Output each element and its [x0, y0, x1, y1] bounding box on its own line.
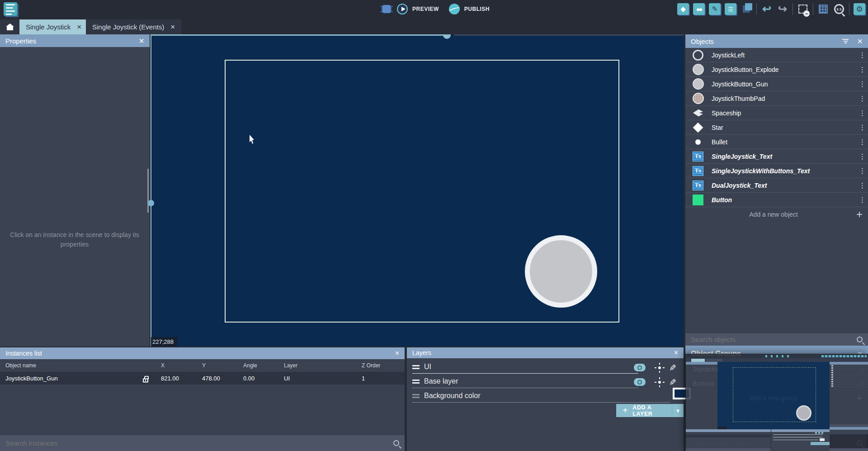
column-x[interactable]: X — [161, 362, 165, 369]
tab-label: Single Joystick (Events) — [92, 23, 164, 31]
filter-icon[interactable] — [842, 39, 849, 43]
app-logo-icon[interactable] — [4, 2, 17, 16]
object-name: JoystickButton_Gun — [712, 81, 859, 88]
layer-row-base[interactable]: Base layer ✎ — [407, 375, 684, 389]
scene-canvas[interactable]: 227;288 — [151, 34, 684, 347]
object-menu-icon[interactable]: ⋮ — [859, 140, 863, 144]
instances-list-icon[interactable]: ☰ — [725, 3, 736, 15]
drag-handle-icon[interactable] — [412, 365, 420, 370]
layer-underline — [412, 373, 638, 374]
object-row[interactable]: JoystickThumbPad ⋮ — [685, 91, 868, 106]
debugger-icon[interactable] — [382, 5, 391, 13]
add-object-icon[interactable]: ◆ — [677, 3, 689, 15]
object-groups-icon[interactable]: ◆◆ — [693, 3, 705, 15]
visibility-eye-icon[interactable] — [634, 364, 646, 371]
publish-button[interactable]: PUBLISH — [464, 6, 490, 12]
scene-properties-wrench-icon[interactable]: ⚙ — [854, 3, 865, 15]
canvas-vertical-scrollbar[interactable] — [147, 169, 149, 213]
tab-single-joystick[interactable]: Single Joystick × — [19, 19, 88, 34]
add-layer-button[interactable]: +ADD A LAYER ▾ — [616, 404, 684, 417]
edit-layer-pencil-icon[interactable]: ✎ — [669, 363, 676, 373]
layer-name[interactable]: Background color — [424, 392, 481, 400]
object-menu-icon[interactable]: ⋮ — [859, 169, 863, 173]
search-instances-input[interactable] — [5, 439, 393, 447]
objects-close-icon[interactable]: × — [857, 37, 863, 46]
visibility-eye-icon[interactable] — [634, 378, 646, 386]
layer-effects-icon[interactable] — [656, 364, 663, 371]
column-y[interactable]: Y — [202, 362, 206, 369]
undo-icon[interactable]: ↩ — [761, 3, 773, 15]
canvas-horizontal-scrollbar[interactable] — [151, 34, 447, 36]
object-name: JoystickLeft — [712, 52, 859, 59]
column-object-name[interactable]: Object name — [5, 362, 36, 369]
thumbnail-add-layer-button — [811, 442, 830, 445]
object-row[interactable]: JoystickLeft ⋮ — [685, 48, 868, 62]
object-menu-icon[interactable]: ⋮ — [859, 82, 863, 86]
layers-panel-icon[interactable] — [741, 3, 752, 15]
add-object-row[interactable]: Add a new object + — [685, 207, 868, 222]
object-menu-icon[interactable]: ⋮ — [859, 125, 863, 129]
publish-globe-icon[interactable] — [449, 4, 460, 14]
object-menu-icon[interactable]: ⋮ — [859, 183, 863, 187]
object-menu-icon[interactable]: ⋮ — [859, 154, 863, 158]
text-object-thumbnail-icon: Tx — [690, 180, 706, 190]
object-row[interactable]: Bullet ⋮ — [685, 135, 868, 149]
object-row[interactable]: Button ⋮ — [685, 193, 868, 207]
column-angle[interactable]: Angle — [243, 362, 257, 369]
layer-row-ui[interactable]: UI ✎ — [407, 360, 684, 375]
canvas-vertical-scroll-handle[interactable] — [148, 200, 154, 206]
circle-outline-thumbnail-icon — [690, 50, 706, 61]
add-object-plus-icon[interactable]: + — [856, 209, 863, 220]
add-layer-dropdown-caret[interactable]: ▾ — [672, 404, 684, 417]
canvas-horizontal-scrollbar-track[interactable] — [454, 34, 684, 36]
search-instances-bar[interactable] — [0, 435, 405, 451]
object-row[interactable]: Tx DualJoystick_Text ⋮ — [685, 178, 868, 193]
object-row[interactable]: Tx SingleJoystickWithButtons_Text ⋮ — [685, 164, 868, 178]
object-menu-icon[interactable]: ⋮ — [859, 111, 863, 115]
object-menu-icon[interactable]: ⋮ — [859, 96, 863, 100]
objects-panel-header: Objects × — [685, 34, 868, 48]
layer-effects-icon[interactable] — [656, 379, 663, 386]
tab-close-icon[interactable]: × — [77, 23, 81, 32]
object-row[interactable]: Star ⋮ — [685, 120, 868, 135]
delete-selection-icon[interactable] — [797, 3, 809, 15]
thumbnail-objects-icons — [831, 365, 833, 388]
toolbar-separator — [756, 3, 757, 15]
object-row[interactable]: Spaceship ⋮ — [685, 106, 868, 120]
preview-button[interactable]: PREVIEW — [412, 6, 439, 12]
column-z-order[interactable]: Z Order — [362, 362, 380, 369]
properties-panel-body: Click on an instance in the scene to dis… — [0, 47, 150, 347]
tab-single-joystick-events[interactable]: Single Joystick (Events) × — [86, 19, 181, 34]
grid-icon[interactable] — [817, 3, 829, 15]
object-row[interactable]: JoystickButton_Gun ⋮ — [685, 77, 868, 91]
properties-close-icon[interactable]: × — [139, 36, 144, 45]
redo-icon[interactable]: ↪ — [777, 3, 788, 15]
tab-home[interactable] — [0, 19, 19, 34]
instances-panel-title: Instances list — [5, 350, 395, 357]
edit-layer-pencil-icon[interactable]: ✎ — [669, 377, 676, 388]
preview-play-icon[interactable] — [397, 4, 408, 14]
tab-close-icon[interactable]: × — [170, 23, 175, 32]
object-menu-icon[interactable]: ⋮ — [859, 53, 863, 57]
object-name: Button — [712, 196, 859, 204]
object-row[interactable]: JoystickButton_Explode ⋮ — [685, 62, 868, 77]
search-objects-input[interactable] — [691, 336, 857, 343]
canvas-horizontal-scroll-handle[interactable] — [443, 34, 451, 39]
layer-row-background-color[interactable]: Background color — [407, 389, 684, 404]
thumbnail-search-bar — [830, 448, 868, 451]
object-menu-icon[interactable]: ⋮ — [859, 67, 863, 71]
object-row[interactable]: Tx SingleJoystick_Text ⋮ — [685, 149, 868, 164]
object-menu-icon[interactable]: ⋮ — [859, 198, 863, 202]
layer-name[interactable]: UI — [424, 363, 431, 371]
edit-properties-icon[interactable]: ✎ — [709, 3, 721, 15]
layers-close-icon[interactable]: × — [674, 349, 678, 356]
drag-handle-icon[interactable] — [412, 380, 420, 385]
instance-row[interactable]: JoystickButton_Gun 821.00 478.00 0.00 UI… — [0, 372, 405, 385]
search-objects-bar[interactable] — [685, 333, 868, 346]
joystick-button-instance[interactable] — [525, 235, 597, 308]
column-layer[interactable]: Layer — [284, 362, 297, 369]
layer-name[interactable]: Base layer — [424, 377, 458, 385]
zoom-1to1-icon[interactable]: 1:1 — [833, 3, 845, 15]
instance-name: JoystickButton_Gun — [5, 375, 58, 382]
instances-close-icon[interactable]: × — [395, 350, 399, 357]
